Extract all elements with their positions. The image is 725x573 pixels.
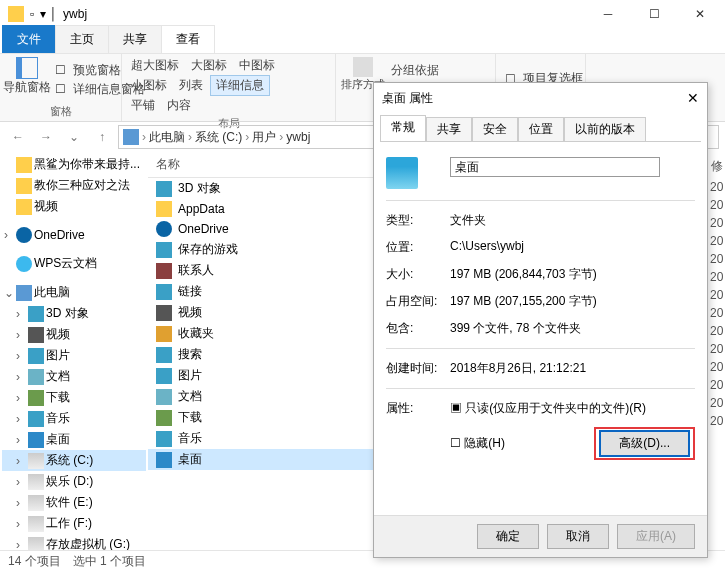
tab-general[interactable]: 常规	[380, 115, 426, 141]
nav-quick2[interactable]: 教你三种应对之法	[2, 175, 146, 196]
nav-wps[interactable]: WPS云文档	[2, 253, 146, 274]
view-details[interactable]: 详细信息	[210, 75, 270, 96]
nav-drive-f[interactable]: ›工作 (F:)	[2, 513, 146, 534]
tab-security[interactable]: 安全	[472, 117, 518, 141]
mod-cell: 20	[708, 322, 725, 340]
tab-share[interactable]: 共享	[108, 25, 162, 53]
crumb-users[interactable]: 用户	[252, 129, 276, 146]
folder-icon	[8, 6, 24, 22]
sizeondisk-label: 占用空间:	[386, 293, 450, 310]
nav-onedrive[interactable]: ›OneDrive	[2, 225, 146, 245]
back-button[interactable]: ←	[6, 125, 30, 149]
sort-icon	[353, 57, 373, 77]
size-value: 197 MB (206,844,703 字节)	[450, 266, 695, 283]
size-label: 大小:	[386, 266, 450, 283]
pc-icon	[123, 129, 139, 145]
mod-cell: 20	[708, 376, 725, 394]
qat-more: ▾ │	[40, 7, 57, 21]
view-xl[interactable]: 超大图标	[126, 56, 184, 75]
view-list[interactable]: 列表	[174, 76, 208, 95]
crumb-user[interactable]: ywbj	[286, 130, 310, 144]
nav-drive-d[interactable]: ›娱乐 (D:)	[2, 471, 146, 492]
mod-cell: 20	[708, 214, 725, 232]
status-selected: 选中 1 个项目	[73, 553, 146, 570]
location-label: 位置:	[386, 239, 450, 256]
mod-cell: 20	[708, 250, 725, 268]
crumb-pc[interactable]: 此电脑	[149, 129, 185, 146]
tab-view[interactable]: 查看	[161, 25, 215, 53]
max-button[interactable]: ☐	[631, 0, 677, 28]
nav-pane-button[interactable]: 导航窗格	[4, 56, 50, 103]
forward-button[interactable]: →	[34, 125, 58, 149]
created-label: 创建时间:	[386, 360, 450, 377]
readonly-checkbox[interactable]: ▣ 只读(仅应用于文件夹中的文件)(R)	[450, 400, 695, 417]
mod-cell: 20	[708, 286, 725, 304]
nav-drive-e[interactable]: ›软件 (E:)	[2, 492, 146, 513]
nav-drive-g[interactable]: ›存放虚拟机 (G:)	[2, 534, 146, 550]
up-button[interactable]: ↑	[90, 125, 114, 149]
mod-cell: 20	[708, 178, 725, 196]
cancel-button[interactable]: 取消	[547, 524, 609, 549]
history-button[interactable]: ⌄	[62, 125, 86, 149]
group-by[interactable]: 分组依据	[386, 61, 474, 80]
view-tiles[interactable]: 平铺	[126, 96, 160, 115]
type-value: 文件夹	[450, 212, 695, 229]
close-button[interactable]: ✕	[677, 0, 723, 28]
tab-file[interactable]: 文件	[2, 25, 56, 53]
qat-sep: ▫	[30, 7, 34, 21]
view-l[interactable]: 大图标	[186, 56, 232, 75]
nav-music[interactable]: ›音乐	[2, 408, 146, 429]
nav-documents[interactable]: ›文档	[2, 366, 146, 387]
nav-quick3[interactable]: 视频	[2, 196, 146, 217]
tab-home[interactable]: 主页	[55, 25, 109, 53]
type-label: 类型:	[386, 212, 450, 229]
mod-cell: 20	[708, 232, 725, 250]
status-count: 14 个项目	[8, 553, 61, 570]
mod-cell: 20	[708, 394, 725, 412]
nav-thispc[interactable]: ⌄此电脑	[2, 282, 146, 303]
nav-drive-c[interactable]: ›系统 (C:)	[2, 450, 146, 471]
folder-name-input[interactable]	[450, 157, 660, 177]
folder-large-icon	[386, 157, 418, 189]
contains-label: 包含:	[386, 320, 450, 337]
col-modified-label: 修	[708, 155, 725, 178]
view-content[interactable]: 内容	[162, 96, 196, 115]
mod-cell: 20	[708, 304, 725, 322]
mod-cell: 20	[708, 196, 725, 214]
attributes-label: 属性:	[386, 400, 450, 460]
nav-quick1[interactable]: 黑鲨为你带来最持...	[2, 154, 146, 175]
view-m[interactable]: 中图标	[234, 56, 280, 75]
apply-button[interactable]: 应用(A)	[617, 524, 695, 549]
hidden-checkbox[interactable]: ☐ 隐藏(H)	[450, 435, 505, 452]
navpane-icon	[16, 57, 38, 79]
view-s[interactable]: 小图标	[126, 76, 172, 95]
advanced-button[interactable]: 高级(D)...	[600, 431, 689, 456]
tab-share2[interactable]: 共享	[426, 117, 472, 141]
tab-previous[interactable]: 以前的版本	[564, 117, 646, 141]
mod-cell: 20	[708, 358, 725, 376]
properties-dialog: 桌面 属性 ✕ 常规 共享 安全 位置 以前的版本 类型:文件夹 位置:C:\U…	[373, 82, 708, 558]
created-value: 2018年8月26日, 21:12:21	[450, 360, 695, 377]
dialog-close-button[interactable]: ✕	[687, 90, 699, 106]
location-value: C:\Users\ywbj	[450, 239, 695, 256]
nav-downloads[interactable]: ›下载	[2, 387, 146, 408]
ok-button[interactable]: 确定	[477, 524, 539, 549]
nav-tree[interactable]: 黑鲨为你带来最持... 教你三种应对之法 视频 ›OneDrive WPS云文档…	[0, 152, 148, 550]
crumb-drive[interactable]: 系统 (C:)	[195, 129, 242, 146]
nav-3dobjects[interactable]: ›3D 对象	[2, 303, 146, 324]
contains-value: 399 个文件, 78 个文件夹	[450, 320, 695, 337]
nav-desktop[interactable]: ›桌面	[2, 429, 146, 450]
mod-cell: 20	[708, 268, 725, 286]
mod-cell: 20	[708, 412, 725, 430]
sizeondisk-value: 197 MB (207,155,200 字节)	[450, 293, 695, 310]
min-button[interactable]: ─	[585, 0, 631, 28]
tab-location[interactable]: 位置	[518, 117, 564, 141]
nav-videos[interactable]: ›视频	[2, 324, 146, 345]
window-title: ywbj	[63, 7, 87, 21]
navpane-label: 导航窗格	[3, 79, 51, 96]
dialog-title: 桌面 属性	[382, 90, 433, 107]
nav-pictures[interactable]: ›图片	[2, 345, 146, 366]
mod-cell: 20	[708, 340, 725, 358]
group-pane: 窗格	[4, 103, 117, 120]
